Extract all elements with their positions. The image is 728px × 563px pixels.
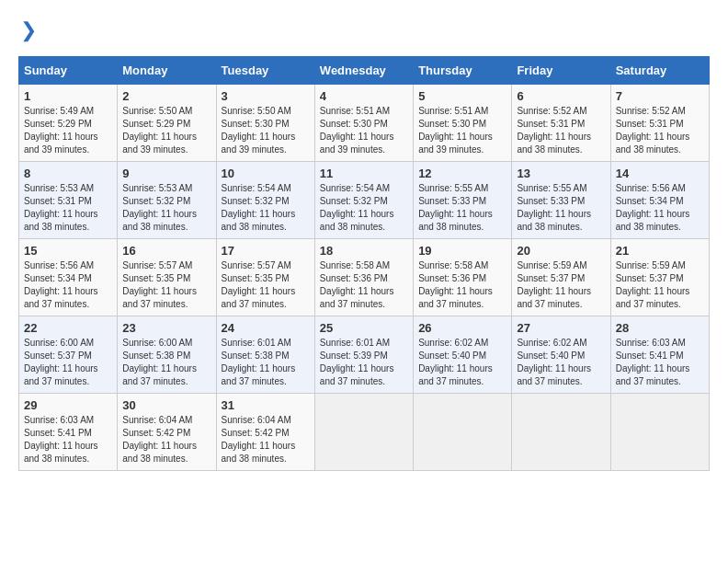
- day-info: Sunrise: 5:56 AMSunset: 5:34 PMDaylight:…: [24, 259, 112, 311]
- day-number: 11: [320, 167, 408, 180]
- day-number: 18: [320, 244, 408, 258]
- day-number: 19: [418, 244, 506, 258]
- day-cell: 5Sunrise: 5:51 AMSunset: 5:30 PMDaylight…: [414, 85, 512, 162]
- day-info: Sunrise: 6:02 AMSunset: 5:40 PMDaylight:…: [418, 337, 506, 388]
- week-row-2: 8Sunrise: 5:53 AMSunset: 5:31 PMDaylight…: [19, 162, 710, 239]
- day-cell: 4Sunrise: 5:51 AMSunset: 5:30 PMDaylight…: [314, 85, 413, 162]
- day-cell: 27Sunrise: 6:02 AMSunset: 5:40 PMDayligh…: [512, 316, 610, 394]
- day-cell: 26Sunrise: 6:02 AMSunset: 5:40 PMDayligh…: [414, 316, 512, 394]
- day-info: Sunrise: 5:58 AMSunset: 5:36 PMDaylight:…: [418, 259, 506, 311]
- day-cell: 18Sunrise: 5:58 AMSunset: 5:36 PMDayligh…: [314, 239, 413, 316]
- weekday-header-row: SundayMondayTuesdayWednesdayThursdayFrid…: [19, 57, 710, 85]
- day-number: 8: [24, 167, 112, 180]
- day-number: 20: [517, 244, 605, 258]
- day-cell: 21Sunrise: 5:59 AMSunset: 5:37 PMDayligh…: [610, 239, 709, 316]
- day-cell: 31Sunrise: 6:04 AMSunset: 5:42 PMDayligh…: [216, 394, 314, 471]
- day-info: Sunrise: 5:51 AMSunset: 5:30 PMDaylight:…: [320, 105, 408, 156]
- day-number: 13: [517, 167, 605, 180]
- day-info: Sunrise: 5:57 AMSunset: 5:35 PMDaylight:…: [122, 259, 210, 311]
- day-cell: 20Sunrise: 5:59 AMSunset: 5:37 PMDayligh…: [512, 239, 610, 316]
- day-number: 16: [122, 244, 210, 258]
- day-info: Sunrise: 5:56 AMSunset: 5:34 PMDaylight:…: [616, 182, 704, 234]
- day-cell: 3Sunrise: 5:50 AMSunset: 5:30 PMDaylight…: [216, 85, 314, 162]
- day-number: 21: [616, 244, 704, 258]
- day-cell: 29Sunrise: 6:03 AMSunset: 5:41 PMDayligh…: [19, 394, 118, 471]
- weekday-sunday: Sunday: [19, 57, 118, 85]
- day-cell: 2Sunrise: 5:50 AMSunset: 5:29 PMDaylight…: [118, 85, 216, 162]
- day-cell: 10Sunrise: 5:54 AMSunset: 5:32 PMDayligh…: [216, 162, 314, 239]
- day-info: Sunrise: 5:51 AMSunset: 5:30 PMDaylight:…: [418, 105, 506, 156]
- day-cell: 30Sunrise: 6:04 AMSunset: 5:42 PMDayligh…: [118, 394, 216, 471]
- day-info: Sunrise: 5:58 AMSunset: 5:36 PMDaylight:…: [320, 259, 408, 311]
- day-number: 25: [320, 321, 408, 335]
- day-cell: 9Sunrise: 5:53 AMSunset: 5:32 PMDaylight…: [118, 162, 216, 239]
- day-cell: 6Sunrise: 5:52 AMSunset: 5:31 PMDaylight…: [512, 85, 610, 162]
- logo: ❯: [18, 18, 37, 42]
- day-cell: 13Sunrise: 5:55 AMSunset: 5:33 PMDayligh…: [512, 162, 610, 239]
- day-info: Sunrise: 6:04 AMSunset: 5:42 PMDaylight:…: [122, 414, 210, 465]
- day-number: 17: [222, 244, 310, 258]
- week-row-5: 29Sunrise: 6:03 AMSunset: 5:41 PMDayligh…: [19, 394, 710, 471]
- day-cell: 16Sunrise: 5:57 AMSunset: 5:35 PMDayligh…: [118, 239, 216, 316]
- day-number: 27: [517, 321, 605, 335]
- header: ❯: [18, 18, 710, 42]
- day-cell: 22Sunrise: 6:00 AMSunset: 5:37 PMDayligh…: [19, 316, 118, 394]
- day-cell: 17Sunrise: 5:57 AMSunset: 5:35 PMDayligh…: [216, 239, 314, 316]
- weekday-monday: Monday: [118, 57, 216, 85]
- day-cell: 11Sunrise: 5:54 AMSunset: 5:32 PMDayligh…: [314, 162, 413, 239]
- week-row-1: 1Sunrise: 5:49 AMSunset: 5:29 PMDaylight…: [19, 85, 710, 162]
- day-number: 23: [122, 321, 210, 335]
- day-info: Sunrise: 5:54 AMSunset: 5:32 PMDaylight:…: [222, 182, 310, 234]
- day-info: Sunrise: 5:55 AMSunset: 5:33 PMDaylight:…: [517, 182, 605, 234]
- day-info: Sunrise: 5:57 AMSunset: 5:35 PMDaylight:…: [222, 259, 310, 311]
- day-number: 1: [24, 89, 112, 103]
- day-info: Sunrise: 6:02 AMSunset: 5:40 PMDaylight:…: [517, 337, 605, 388]
- day-cell: [512, 394, 610, 471]
- day-info: Sunrise: 6:00 AMSunset: 5:37 PMDaylight:…: [24, 337, 112, 388]
- day-cell: 24Sunrise: 6:01 AMSunset: 5:38 PMDayligh…: [216, 316, 314, 394]
- day-number: 30: [122, 398, 210, 412]
- day-info: Sunrise: 5:54 AMSunset: 5:32 PMDaylight:…: [320, 182, 408, 234]
- day-info: Sunrise: 5:50 AMSunset: 5:30 PMDaylight:…: [222, 105, 310, 156]
- day-info: Sunrise: 5:55 AMSunset: 5:33 PMDaylight:…: [418, 182, 506, 234]
- day-cell: [610, 394, 709, 471]
- weekday-saturday: Saturday: [610, 57, 709, 85]
- day-number: 15: [24, 244, 112, 258]
- day-cell: 25Sunrise: 6:01 AMSunset: 5:39 PMDayligh…: [314, 316, 413, 394]
- day-cell: 8Sunrise: 5:53 AMSunset: 5:31 PMDaylight…: [19, 162, 118, 239]
- day-cell: 15Sunrise: 5:56 AMSunset: 5:34 PMDayligh…: [19, 239, 118, 316]
- day-number: 22: [24, 321, 112, 335]
- day-info: Sunrise: 5:59 AMSunset: 5:37 PMDaylight:…: [616, 259, 704, 311]
- day-cell: [314, 394, 413, 471]
- day-number: 14: [616, 167, 704, 180]
- day-info: Sunrise: 5:59 AMSunset: 5:37 PMDaylight:…: [517, 259, 605, 311]
- day-info: Sunrise: 5:53 AMSunset: 5:31 PMDaylight:…: [24, 182, 112, 234]
- calendar-body: 1Sunrise: 5:49 AMSunset: 5:29 PMDaylight…: [19, 85, 710, 471]
- day-info: Sunrise: 5:52 AMSunset: 5:31 PMDaylight:…: [616, 105, 704, 156]
- day-number: 7: [616, 89, 704, 103]
- day-info: Sunrise: 5:50 AMSunset: 5:29 PMDaylight:…: [122, 105, 210, 156]
- day-number: 28: [616, 321, 704, 335]
- calendar-table: SundayMondayTuesdayWednesdayThursdayFrid…: [18, 56, 710, 471]
- day-number: 31: [222, 398, 310, 412]
- logo-bird-icon: ❯: [20, 18, 37, 42]
- day-cell: 7Sunrise: 5:52 AMSunset: 5:31 PMDaylight…: [610, 85, 709, 162]
- weekday-thursday: Thursday: [414, 57, 512, 85]
- day-info: Sunrise: 6:04 AMSunset: 5:42 PMDaylight:…: [222, 414, 310, 465]
- day-number: 5: [418, 89, 506, 103]
- day-number: 9: [122, 167, 210, 180]
- day-cell: 28Sunrise: 6:03 AMSunset: 5:41 PMDayligh…: [610, 316, 709, 394]
- day-info: Sunrise: 6:01 AMSunset: 5:39 PMDaylight:…: [320, 337, 408, 388]
- weekday-friday: Friday: [512, 57, 610, 85]
- day-number: 12: [418, 167, 506, 180]
- week-row-3: 15Sunrise: 5:56 AMSunset: 5:34 PMDayligh…: [19, 239, 710, 316]
- day-info: Sunrise: 6:03 AMSunset: 5:41 PMDaylight:…: [24, 414, 112, 465]
- day-number: 4: [320, 89, 408, 103]
- day-cell: [414, 394, 512, 471]
- day-cell: 1Sunrise: 5:49 AMSunset: 5:29 PMDaylight…: [19, 85, 118, 162]
- day-number: 3: [222, 89, 310, 103]
- day-info: Sunrise: 5:53 AMSunset: 5:32 PMDaylight:…: [122, 182, 210, 234]
- day-info: Sunrise: 6:01 AMSunset: 5:38 PMDaylight:…: [222, 337, 310, 388]
- day-number: 6: [517, 89, 605, 103]
- day-number: 26: [418, 321, 506, 335]
